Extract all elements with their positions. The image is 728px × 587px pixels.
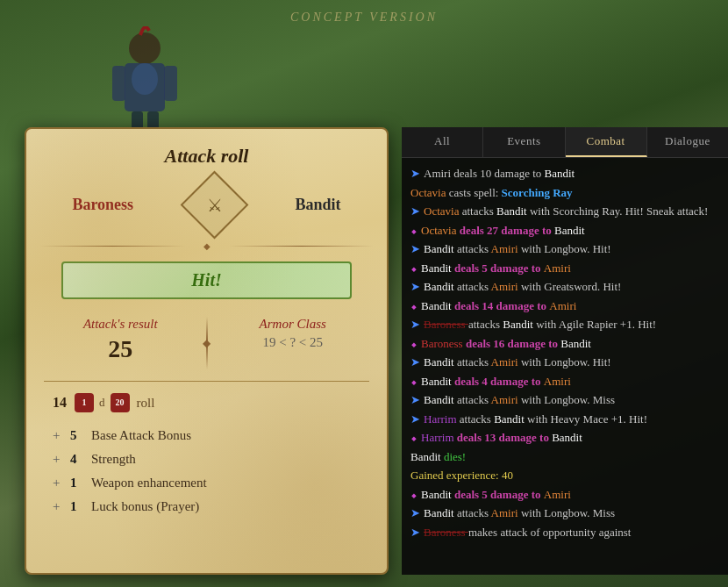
panel-title: Attack roll <box>26 129 387 176</box>
log-entry: ➤Bandit attacks Amiri with Longbow. Miss <box>410 391 719 409</box>
log-text: Baroness attacks Bandit with Agile Rapie… <box>424 316 719 333</box>
log-text: Bandit deals 4 damage to Amiri <box>421 373 719 390</box>
log-text: Bandit attacks Amiri with Longbow. Hit! <box>424 354 719 371</box>
log-text: Bandit attacks Amiri with Longbow. Hit! <box>424 240 719 258</box>
bonus-number: 1 <box>70 476 91 490</box>
log-arrow-pink: ⬥ <box>410 429 418 447</box>
log-entry: ➤Bandit attacks Amiri with Longbow. Miss <box>410 505 719 522</box>
dice-icon: 1 <box>75 393 94 412</box>
character-sprite <box>88 26 202 140</box>
tab-dialogue[interactable]: Dialogue <box>647 127 728 157</box>
attack-result-label: Attack's result <box>44 317 197 332</box>
log-arrow-blue: ➤ <box>410 316 420 333</box>
log-text: Bandit attacks Amiri with Longbow. Miss <box>424 391 719 409</box>
bonus-plus: + <box>53 452 67 467</box>
log-entry: ➤Bandit attacks Amiri with Longbow. Hit! <box>410 240 719 258</box>
bonus-item: + 1 Weapon enhancement <box>53 471 360 495</box>
log-entry: ➤Bandit attacks Amiri with Greatsword. H… <box>410 278 719 296</box>
bonus-label: Base Attack Bonus <box>91 428 360 443</box>
results-row: Attack's result 25 ◆ Armor Class 19 < ? … <box>26 306 387 374</box>
log-arrow-blue: ➤ <box>410 354 420 371</box>
attack-sword-icon: ⚔ <box>180 171 248 240</box>
bonus-divider <box>44 381 369 382</box>
bonus-label: Strength <box>91 452 360 467</box>
bonus-number: 5 <box>70 428 91 443</box>
log-arrow-pink: ⬥ <box>410 297 418 315</box>
dice-d20: d <box>99 396 105 410</box>
log-entry: ⬥Bandit deals 14 damage to Amiri <box>410 297 719 315</box>
dice-20-icon: 20 <box>111 393 130 412</box>
svg-rect-3 <box>164 66 177 101</box>
log-arrow-pink: ⬥ <box>410 222 418 240</box>
log-text: Bandit dies! <box>410 448 719 466</box>
tab-combat[interactable]: Combat <box>566 127 647 157</box>
combat-log: All Events Combat Dialogue ➤Amiri deals … <box>402 127 728 575</box>
bonus-item: + 5 Base Attack Bonus <box>53 424 360 447</box>
log-text: Bandit deals 14 damage to Amiri <box>421 297 719 315</box>
log-text: Octavia casts spell: Scorching Ray <box>410 184 719 202</box>
attack-result-block: Attack's result 25 <box>44 317 197 363</box>
bonus-label: Luck bonus (Prayer) <box>91 499 360 514</box>
log-arrow-blue: ➤ <box>410 165 420 183</box>
attacker-name: Baroness <box>72 196 133 214</box>
bonus-number: 4 <box>70 452 91 467</box>
svg-point-0 <box>129 32 161 64</box>
log-text: Harrim deals 13 damage to Bandit <box>421 429 719 447</box>
log-arrow-blue: ➤ <box>410 505 420 522</box>
armor-range: 19 < ? < 25 <box>217 335 370 350</box>
log-entry: ➤Bandit attacks Amiri with Longbow. Hit! <box>410 354 719 371</box>
log-entry: ➤Baroness makes attack of opportunity ag… <box>410 524 719 541</box>
bonus-plus: + <box>53 428 67 443</box>
log-entry: ⬥Octavia deals 27 damage to Bandit <box>410 222 719 240</box>
log-entry: ⬥Bandit deals 5 damage to Amiri <box>410 486 719 504</box>
log-entry: ➤Octavia attacks Bandit with Scorching R… <box>410 203 719 220</box>
log-entry: Bandit dies! <box>410 448 719 466</box>
log-arrow-blue: ➤ <box>410 524 420 541</box>
bonus-item: + 1 Luck bonus (Prayer) <box>53 495 360 519</box>
bonus-item: + 4 Strength <box>53 447 360 471</box>
bonus-label: Weapon enhancement <box>91 476 360 490</box>
log-text: Baroness makes attack of opportunity aga… <box>424 524 719 541</box>
defender-name: Bandit <box>296 196 341 214</box>
log-text: Amiri deals 10 damage to Bandit <box>424 165 719 183</box>
log-entry: ➤Harrim attacks Bandit with Heavy Mace +… <box>410 411 719 428</box>
log-arrow-pink: ⬥ <box>410 260 418 277</box>
log-entry: ⬥Bandit deals 4 damage to Amiri <box>410 373 719 390</box>
log-text: Baroness deals 16 damage to Bandit <box>421 335 719 353</box>
concept-label: CONCEPT VERSION <box>290 11 438 25</box>
tab-events[interactable]: Events <box>483 127 565 157</box>
armor-class-block: Armor Class 19 < ? < 25 <box>217 317 370 350</box>
log-arrow-blue: ➤ <box>410 391 420 409</box>
armor-class-label: Armor Class <box>217 317 370 332</box>
tab-all[interactable]: All <box>402 127 483 157</box>
log-text: Bandit deals 5 damage to Amiri <box>421 260 719 277</box>
log-text: Octavia attacks Bandit with Scorching Ra… <box>424 203 719 220</box>
log-text: Bandit attacks Amiri with Longbow. Miss <box>424 505 719 522</box>
hit-text: Hit! <box>70 270 343 290</box>
log-arrow-blue: ➤ <box>410 240 420 258</box>
log-arrow-pink: ⬥ <box>410 486 418 504</box>
log-text: Bandit deals 5 damage to Amiri <box>421 486 719 504</box>
log-entry: ⬥Bandit deals 5 damage to Amiri <box>410 260 719 277</box>
log-arrow-blue: ➤ <box>410 203 420 220</box>
log-arrow-blue: ➤ <box>410 278 420 296</box>
log-entry: Octavia casts spell: Scorching Ray <box>410 184 719 202</box>
roll-base-number: 14 <box>53 395 67 411</box>
attack-result-value: 25 <box>44 335 197 363</box>
log-entry: ➤Baroness attacks Bandit with Agile Rapi… <box>410 316 719 333</box>
log-arrow-pink: ⬥ <box>410 373 418 390</box>
log-text: Octavia deals 27 damage to Bandit <box>421 222 719 240</box>
top-divider: ◆ <box>26 238 387 254</box>
log-entry: Gained experience: 40 <box>410 467 719 484</box>
log-entry: ➤Amiri deals 10 damage to Bandit <box>410 165 719 183</box>
log-arrow-pink: ⬥ <box>410 335 418 353</box>
combatants-row: Baroness ⚔ Bandit <box>26 176 387 238</box>
bonus-plus: + <box>53 499 67 514</box>
bonus-list: + 5 Base Attack Bonus + 4 Strength + 1 W… <box>26 419 387 523</box>
log-entry: ⬥Harrim deals 13 damage to Bandit <box>410 429 719 447</box>
log-text: Bandit attacks Amiri with Greatsword. Hi… <box>424 278 719 296</box>
log-text: Gained experience: 40 <box>410 467 719 484</box>
log-text: Harrim attacks Bandit with Heavy Mace +1… <box>424 411 719 428</box>
attack-panel: Attack roll Baroness ⚔ Bandit ◆ Hit! Att… <box>25 127 389 575</box>
log-content[interactable]: ➤Amiri deals 10 damage to BanditOctavia … <box>402 158 728 575</box>
